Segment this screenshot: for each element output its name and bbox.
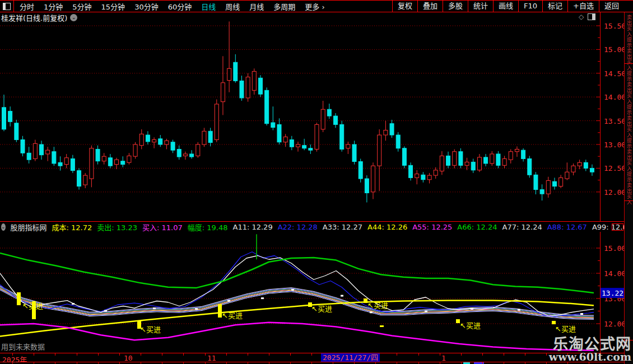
date-tick — [290, 353, 291, 356]
date-tick — [525, 353, 525, 356]
layout-split-icon[interactable] — [0, 1, 14, 12]
svg-text:↖买进: ↖买进 — [460, 321, 481, 330]
date-tick — [162, 353, 162, 356]
period-tab-2[interactable]: 5分钟 — [72, 1, 91, 12]
svg-text:13.00: 13.00 — [604, 141, 626, 149]
period-tab-8[interactable]: 月线 — [249, 1, 264, 12]
indicator-field-A33: A33: 12.27 — [323, 223, 362, 231]
indicator-field-成本: 成本: 12.72 — [52, 222, 92, 232]
svg-text:12.50: 12.50 — [604, 164, 626, 172]
sidebar-divider — [625, 200, 633, 201]
indicator-header: ⌄ 股朋指标网 成本: 12.72卖出: 13.23买入: 11.07幅度: 1… — [0, 221, 626, 232]
watermark-name: 乐淘公式网 — [549, 337, 631, 352]
indicator-field-A55: A55: 12.25 — [412, 223, 452, 231]
date-tick — [141, 353, 141, 356]
date-tick — [461, 353, 462, 356]
chevron-down-icon[interactable]: ⌄ — [70, 14, 77, 21]
svg-text:↖买进: ↖买进 — [555, 325, 576, 333]
frame-lines — [0, 12, 625, 353]
last-value-badge: 13.22 — [601, 288, 625, 298]
svg-text:13.00: 13.00 — [604, 295, 626, 303]
future-data-note: 用到未来数据 — [1, 341, 45, 352]
period-tab-6[interactable]: 日线 — [201, 1, 216, 12]
trading-app-window: { "app": {"title": "桂发祥(日线.前复权)"}, "tool… — [0, 0, 633, 364]
svg-text:15.00: 15.00 — [604, 244, 626, 253]
date-tick — [440, 353, 440, 356]
svg-text:15.50: 15.50 — [604, 22, 626, 30]
sidebar-divider — [625, 63, 633, 64]
top-toolbar: 分时1分钟5分钟15分钟30分钟60分钟日线周线月线多周期更多 › 复权叠加多股… — [0, 0, 633, 12]
date-tick — [119, 353, 120, 356]
indicator-mini-box[interactable] — [612, 223, 623, 231]
window-icons: ◇ — [579, 13, 595, 21]
tool-button-1[interactable]: 叠加 — [417, 1, 443, 12]
svg-text:↖买进: ↖买进 — [140, 325, 161, 334]
svg-text:14.00: 14.00 — [604, 269, 626, 278]
indicator-field-A66: A66: 12.24 — [457, 223, 497, 231]
tool-button-6[interactable]: 标记 — [542, 1, 567, 12]
period-tab-0[interactable]: 分时 — [20, 1, 34, 12]
period-tab-7[interactable]: 周线 — [225, 1, 240, 12]
candles — [2, 21, 594, 202]
tool-button-4[interactable]: 画线 — [493, 1, 518, 12]
tool-button-8[interactable]: 返回 — [599, 1, 624, 12]
tool-button-0[interactable]: 复权 — [392, 1, 417, 12]
date-label: 1 — [441, 354, 446, 362]
buy-signals: ↖买进↖买进↖买进↖买进↖买进↖买进↖买进 — [17, 292, 576, 334]
tool-button-7[interactable]: +自选 — [567, 1, 599, 12]
svg-text:↖买进: ↖买进 — [222, 311, 243, 320]
date-tick — [205, 353, 206, 356]
price-axis: 15.5015.0014.5014.0013.5013.0012.5012.00… — [596, 22, 626, 328]
date-tick — [482, 353, 483, 356]
sidebar-vertical-text: 卖出买入提示卖出买入提示卖出买入提示卖出买入提示卖出买入提示卖出买入 — [625, 15, 633, 205]
date-tick — [183, 353, 184, 356]
svg-text:12.00: 12.00 — [604, 188, 626, 197]
indicator-field-A22: A22: 12.28 — [278, 223, 318, 231]
period-tab-9[interactable]: 多周期 — [273, 1, 295, 12]
right-sidebar-strip[interactable]: 卖出买入提示卖出买入提示卖出买入提示卖出买入提示卖出买入提示卖出买入 — [624, 0, 633, 364]
indicator-field-A11: A11: 12.29 — [233, 223, 273, 231]
indicator-lines — [0, 234, 594, 350]
date-tick — [55, 353, 55, 356]
period-tab-10[interactable]: 更多 › — [305, 1, 324, 12]
indicator-field-买入: 买入: 11.07 — [142, 222, 183, 232]
period-tab-1[interactable]: 1分钟 — [44, 1, 63, 12]
date-tick — [226, 353, 227, 356]
indicator-field-卖出: 卖出: 13.23 — [97, 222, 137, 232]
svg-text:↖买进: ↖买进 — [22, 302, 43, 310]
tool-button-3[interactable]: 统计 — [468, 1, 493, 12]
date-tick — [77, 353, 77, 356]
date-tick — [248, 353, 248, 356]
indicator-field-幅度: 幅度: 19.48 — [188, 222, 228, 232]
period-tab-4[interactable]: 30分钟 — [134, 1, 159, 12]
date-axis-bar[interactable]: 2025年101112025/11/27/四 — [0, 353, 625, 362]
svg-text:14.00: 14.00 — [604, 93, 626, 101]
date-label: 11 — [207, 354, 216, 362]
chart-canvas[interactable]: 15.5015.0014.5014.0013.5013.0012.5012.00… — [0, 0, 633, 364]
tool-button-2[interactable]: 多股 — [443, 1, 468, 12]
date-tick — [504, 353, 504, 356]
watermark: 乐淘公式网 www.60lt.com — [549, 337, 631, 362]
period-tab-5[interactable]: 60分钟 — [168, 1, 192, 12]
selected-date-label: 2025/11/27/四 — [321, 353, 380, 362]
period-tab-3[interactable]: 15分钟 — [101, 1, 125, 12]
svg-text:↖买进: ↖买进 — [311, 305, 332, 313]
diamond-icon[interactable]: ◇ — [579, 13, 584, 21]
tool-button-5[interactable]: F10 — [518, 1, 542, 12]
svg-text:↖买进: ↖买进 — [367, 301, 388, 310]
svg-text:13.22: 13.22 — [602, 289, 623, 297]
date-label: 10 — [124, 354, 133, 362]
page-title: 桂发祥(日线.前复权) — [1, 12, 67, 23]
gridlines — [0, 26, 595, 324]
svg-text:14.50: 14.50 — [604, 69, 626, 78]
date-tick — [418, 353, 419, 356]
indicator-field-A88: A88: 12.67 — [547, 223, 587, 231]
date-tick — [546, 353, 547, 356]
period-tabs: 分时1分钟5分钟15分钟30分钟60分钟日线周线月线多周期更多 › — [20, 1, 325, 12]
window-pane-icon[interactable] — [588, 13, 595, 20]
svg-text:12.00: 12.00 — [604, 320, 626, 328]
date-tick — [34, 353, 34, 356]
indicator-field-A44: A44: 12.26 — [367, 223, 407, 231]
date-tick — [269, 353, 269, 356]
chevron-down-icon[interactable]: ⌄ — [1, 223, 6, 231]
